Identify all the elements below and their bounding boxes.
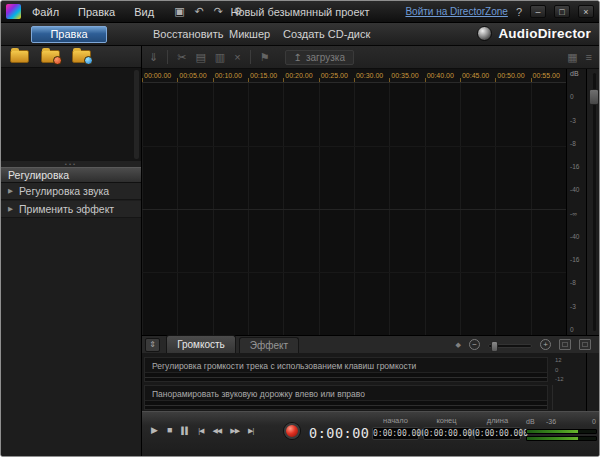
ruler-tick: 00:20.00: [283, 69, 318, 82]
tab-mixer[interactable]: Микшер: [229, 28, 270, 40]
play-button[interactable]: ▶: [151, 426, 158, 435]
db-scale-label: dB: [570, 70, 586, 77]
library-panel: ••• Регулировка ▶ Регулировка звука ▶ Пр…: [1, 46, 142, 456]
upload-label: загрузка: [306, 52, 345, 63]
menu-view[interactable]: Вид: [134, 6, 154, 18]
keyframe-icon[interactable]: ◆: [456, 341, 461, 349]
db-scale-value: -8: [570, 140, 586, 147]
record-button[interactable]: [284, 423, 300, 439]
volume-scale-value: 12: [555, 357, 576, 363]
track-options-icon[interactable]: ≡: [586, 52, 592, 63]
mode-bar: Правка Восстановить Микшер Создать CD-ди…: [1, 23, 599, 46]
volume-row-label: Регулировка громкости трека с использова…: [145, 358, 547, 371]
volume-automation-lane[interactable]: [145, 372, 547, 381]
media-list[interactable]: [1, 68, 141, 161]
ruler-tick: 00:40.00: [425, 69, 460, 82]
rewind-button[interactable]: ◀◀: [212, 427, 221, 434]
tab-create-cd[interactable]: Создать CD-диск: [283, 28, 370, 40]
keyframe-tabbar: ⇕ Громкость Эффект ◆ − +: [142, 335, 599, 353]
tab-volume[interactable]: Громкость: [166, 335, 236, 353]
pan-scale: [552, 385, 576, 410]
cut-icon[interactable]: ✂: [177, 52, 186, 63]
apply-effect-item[interactable]: ▶ Применить эффект: [1, 201, 141, 218]
menu-edit[interactable]: Правка: [78, 6, 115, 18]
zoom-fit-icon[interactable]: [559, 339, 571, 350]
import-icon[interactable]: ⇓: [149, 52, 158, 63]
globe-badge-icon: [84, 56, 93, 65]
marker-icon[interactable]: ⚑: [260, 52, 270, 63]
toolbar-right-icons: ▦ ≡: [567, 52, 592, 63]
zoom-out-icon[interactable]: −: [469, 339, 480, 350]
vertical-zoom-handle[interactable]: [589, 89, 599, 105]
meter-bar-left: [526, 429, 597, 434]
maximize-button[interactable]: □: [554, 5, 570, 18]
ruler-tick: 00:30.00: [354, 69, 389, 82]
import-media-folder-icon[interactable]: [41, 50, 60, 63]
minimize-button[interactable]: –: [530, 5, 546, 18]
vertical-zoom-slider[interactable]: [586, 69, 600, 335]
toolbar-separator: [167, 50, 168, 64]
keyframe-panel-toggle-button[interactable]: ⇕: [145, 338, 160, 352]
end-field-group: конец 0:00:00.000: [423, 416, 470, 440]
audiodirector-logo-icon: [477, 26, 492, 41]
zoom-selection-icon[interactable]: [579, 339, 591, 350]
stop-button[interactable]: ■: [167, 426, 172, 435]
track-view-icon[interactable]: ▦: [567, 52, 577, 63]
close-button[interactable]: ×: [578, 5, 594, 18]
start-time-field[interactable]: 0:00:00.000: [372, 427, 419, 440]
upload-button[interactable]: ↥ загрузка: [285, 50, 354, 65]
zoom-in-icon[interactable]: +: [540, 339, 551, 350]
meter-max-label: 0: [592, 418, 596, 425]
level-meter: dB -36 0: [526, 418, 597, 454]
delete-icon[interactable]: ×: [234, 52, 240, 63]
copy-icon[interactable]: ▤: [195, 52, 205, 63]
directorzone-link[interactable]: Войти на DirectorZone: [405, 6, 507, 17]
menubar: Файл Правка Вид: [32, 6, 154, 18]
db-scale: dB 0 -3 -8 -16 -40 -∞ -40 -16 -8 -3 0: [566, 69, 586, 335]
media-list-scrollbar[interactable]: [134, 70, 139, 159]
keyframe-rows: Регулировка громкости трека с использова…: [142, 353, 599, 411]
zoom-slider-handle[interactable]: [491, 341, 498, 352]
pan-row-label: Панорамировать звуковую дорожку влево ил…: [145, 386, 547, 399]
save-icon[interactable]: ▣: [174, 5, 184, 18]
db-scale-value: -3: [570, 303, 586, 310]
adjust-audio-label: Регулировка звука: [19, 185, 109, 197]
waveform-area[interactable]: [142, 83, 566, 335]
fast-forward-button[interactable]: ▶▶: [230, 427, 239, 434]
volume-keyframe-row[interactable]: Регулировка громкости трека с использова…: [144, 357, 548, 382]
db-scale-value: -8: [570, 279, 586, 286]
db-scale-value: -16: [570, 163, 586, 170]
timeline-ruler[interactable]: 00:00.00 00:05.00 00:10.00 00:15.00 00:2…: [142, 69, 566, 83]
pause-button[interactable]: ▌▌: [181, 427, 189, 434]
go-to-end-button[interactable]: ▶|: [248, 427, 253, 434]
tab-restore[interactable]: Восстановить: [153, 28, 223, 40]
redo-icon[interactable]: ↷: [214, 5, 223, 18]
db-scale-value: -16: [570, 256, 586, 263]
pan-keyframe-row[interactable]: Панорамировать звуковую дорожку влево ил…: [144, 385, 548, 410]
help-icon[interactable]: ?: [516, 6, 522, 18]
db-scale-value: -∞: [570, 210, 586, 217]
titlebar: Файл Правка Вид ▣ ↶ ↷ ⚙ Новый безымянный…: [1, 1, 599, 23]
tab-edit[interactable]: Правка: [31, 26, 107, 43]
directorzone-download-folder-icon[interactable]: [72, 50, 91, 63]
volume-scale: 12 0 -12: [552, 357, 576, 382]
zoom-slider[interactable]: [488, 344, 532, 348]
paste-icon[interactable]: ▥: [215, 52, 225, 63]
waveform-gridline: [142, 272, 566, 273]
undo-icon[interactable]: ↶: [195, 5, 204, 18]
ruler-tick: 00:15.00: [248, 69, 283, 82]
adjust-audio-item[interactable]: ▶ Регулировка звука: [1, 183, 141, 200]
menu-file[interactable]: Файл: [32, 6, 59, 18]
end-time-field[interactable]: 0:00:00.000: [423, 427, 470, 440]
length-time-field[interactable]: 0:00:00.000: [474, 427, 521, 440]
meter-labels: dB -36 0: [526, 418, 597, 427]
open-media-folder-icon[interactable]: [10, 50, 29, 63]
go-to-start-button[interactable]: |◀: [198, 427, 203, 434]
volume-scale-value: -12: [555, 376, 576, 382]
db-scale-value: -40: [570, 186, 586, 193]
edit-toolbar: ⇓ ✂ ▤ ▥ × ⚑ ↥ загрузка ▦ ≡: [142, 46, 599, 69]
ruler-tick: 00:05.00: [177, 69, 212, 82]
apply-effect-label: Применить эффект: [19, 203, 114, 215]
tab-effect[interactable]: Эффект: [239, 337, 299, 353]
pan-automation-lane[interactable]: [145, 400, 547, 409]
